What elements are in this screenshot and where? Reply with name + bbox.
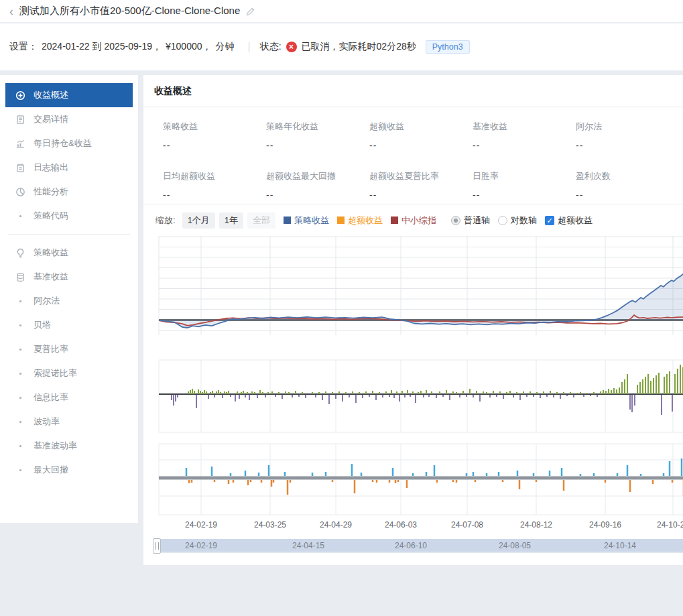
legend-label: 超额收益 <box>348 214 383 227</box>
db-icon <box>15 271 25 282</box>
metric-超额收益最大回撤: 超额收益最大回撤-- <box>266 170 369 204</box>
metric-value: -- <box>163 190 266 200</box>
radio-label: 对数轴 <box>511 214 537 227</box>
sidebar-item-索提诺比率[interactable]: 索提诺比率 <box>5 361 133 385</box>
metric-label: 超额收益 <box>369 121 473 133</box>
navigator-date-label: 24-08-05 <box>499 541 531 550</box>
sidebar-item-性能分析[interactable]: 性能分析 <box>5 180 133 204</box>
checkbox-box[interactable]: ✓ <box>545 216 554 225</box>
x-tick-label: 24-04-29 <box>320 520 352 530</box>
radio-对数轴[interactable]: 对数轴 <box>498 214 537 227</box>
sidebar-item-策略收益[interactable]: 策略收益 <box>5 241 133 265</box>
legend-swatch <box>391 217 398 224</box>
sidebar-item-label: 信息比率 <box>34 391 68 404</box>
radio-普通轴[interactable]: 普通轴 <box>451 214 490 227</box>
metric-阿尔法: 阿尔法-- <box>576 121 679 154</box>
metric-基准收益: 基准收益-- <box>473 121 576 154</box>
log-icon <box>15 162 25 173</box>
axis-toggles: 普通轴对数轴✓超额收益 <box>451 214 593 227</box>
sidebar-item-每日持仓&收益[interactable]: 每日持仓&收益 <box>5 131 133 156</box>
settings-bar: 设置： 2024-01-22 到 2025-09-19， ¥100000， 分钟… <box>0 23 683 70</box>
sidebar-item-策略代码[interactable]: 策略代码 <box>5 204 133 228</box>
overview-icon <box>15 90 25 101</box>
sidebar-item-收益概述[interactable]: 收益概述 <box>5 83 133 107</box>
chart-legend: 策略收益超额收益中小综指 <box>284 214 444 227</box>
settings-divider: | <box>248 41 251 53</box>
metric-策略收益: 策略收益-- <box>163 121 266 154</box>
sidebar-item-最大回撤[interactable]: 最大回撤 <box>5 458 133 482</box>
sidebar-item-夏普比率[interactable]: 夏普比率 <box>5 337 133 361</box>
navigator-date-label: 24-04-15 <box>292 541 324 550</box>
edit-icon[interactable] <box>246 7 255 16</box>
x-tick-label: 24-02-19 <box>185 520 217 530</box>
zoom-button-全部[interactable]: 全部 <box>247 212 275 229</box>
legend-swatch <box>284 217 291 224</box>
back-icon[interactable]: ‹ <box>9 5 13 17</box>
dot-icon <box>15 392 25 403</box>
sidebar-item-波动率[interactable]: 波动率 <box>5 410 133 434</box>
metric-日胜率: 日胜率-- <box>473 170 576 204</box>
sidebar-item-日志输出[interactable]: 日志输出 <box>5 156 133 180</box>
metric-label: 盈利次数 <box>576 170 679 182</box>
status-cancelled-icon: × <box>286 42 297 52</box>
metric-label: 策略收益 <box>163 121 266 133</box>
navigator-date-label: 24-10-14 <box>604 541 636 550</box>
legend-item-策略收益[interactable]: 策略收益 <box>284 214 329 227</box>
sidebar-item-label: 策略收益 <box>34 247 68 259</box>
document-icon <box>15 114 25 125</box>
chart-navigator[interactable]: 24-02-1924-04-1524-06-1024-08-0524-10-14 <box>153 539 683 553</box>
sidebar-item-交易详情[interactable]: 交易详情 <box>5 107 133 131</box>
metric-label: 超额收益夏普比率 <box>369 170 473 182</box>
sidebar-item-label: 收益概述 <box>34 89 68 101</box>
radio-label: 普通轴 <box>464 214 490 227</box>
sidebar-item-label: 索提诺比率 <box>34 367 77 379</box>
settings-frequency: 分钟 <box>216 41 235 53</box>
metric-label: 策略年化收益 <box>266 121 369 133</box>
radio-circle[interactable] <box>451 216 460 225</box>
sidebar-item-label: 基准收益 <box>34 271 68 283</box>
metric-超额收益: 超额收益-- <box>369 121 473 154</box>
sidebar-item-label: 每日持仓&收益 <box>34 137 92 149</box>
navigator-drag-handle[interactable] <box>153 538 161 554</box>
chart-area[interactable] <box>143 236 683 516</box>
title-bar: ‹ 测试加入所有小市值20-500亿-Clone-Clone-Clone <box>0 0 683 23</box>
sidebar-item-贝塔[interactable]: 贝塔 <box>5 313 133 337</box>
chart-icon <box>15 138 25 149</box>
settings-date-range: 2024-01-22 到 2025-09-19， <box>42 41 162 53</box>
legend-item-中小综指[interactable]: 中小综指 <box>391 214 436 227</box>
dot-icon <box>15 320 25 330</box>
navigator-date-label: 24-06-10 <box>395 541 427 550</box>
page-title: 测试加入所有小市值20-500亿-Clone-Clone-Clone <box>19 5 240 17</box>
x-tick-label: 24-09-16 <box>589 520 621 530</box>
metric-value: -- <box>266 190 369 200</box>
settings-label: 设置： <box>9 41 38 53</box>
metric-value: -- <box>163 140 266 151</box>
x-axis-labels: 24-02-1924-03-2524-04-2924-06-0324-07-08… <box>143 516 683 536</box>
dot-icon <box>15 440 25 451</box>
zoom-button-1年[interactable]: 1年 <box>219 212 243 229</box>
metric-label: 日胜率 <box>473 170 576 182</box>
sidebar-item-基准波动率[interactable]: 基准波动率 <box>5 434 133 458</box>
sidebar: 收益概述交易详情每日持仓&收益日志输出性能分析策略代码策略收益基准收益阿尔法贝塔… <box>0 75 138 523</box>
pie-icon <box>15 186 25 197</box>
main-panel: 收益概述 策略收益--策略年化收益--超额收益--基准收益--阿尔法--日均超额… <box>143 75 683 565</box>
legend-item-超额收益[interactable]: 超额收益 <box>337 214 383 227</box>
dot-icon <box>15 344 25 355</box>
dot-icon <box>15 296 25 306</box>
metric-value: -- <box>369 190 473 200</box>
settings-capital: ¥100000， <box>166 41 212 53</box>
metric-label: 日均超额收益 <box>163 170 266 182</box>
zoom-label: 缩放: <box>156 214 176 227</box>
sidebar-item-阿尔法[interactable]: 阿尔法 <box>5 289 133 313</box>
sidebar-item-信息比率[interactable]: 信息比率 <box>5 385 133 410</box>
zoom-button-1个月[interactable]: 1个月 <box>182 212 215 229</box>
sidebar-item-基准收益[interactable]: 基准收益 <box>5 265 133 289</box>
metric-label: 超额收益最大回撤 <box>266 170 369 182</box>
x-tick-label: 24-10-21 <box>657 520 683 530</box>
sidebar-item-label: 阿尔法 <box>34 295 60 307</box>
radio-circle[interactable] <box>498 216 507 225</box>
performance-chart[interactable] <box>143 236 683 516</box>
metric-value: -- <box>473 190 576 200</box>
checkbox-超额收益[interactable]: ✓超额收益 <box>545 214 593 227</box>
x-tick-label: 24-06-03 <box>385 520 417 530</box>
